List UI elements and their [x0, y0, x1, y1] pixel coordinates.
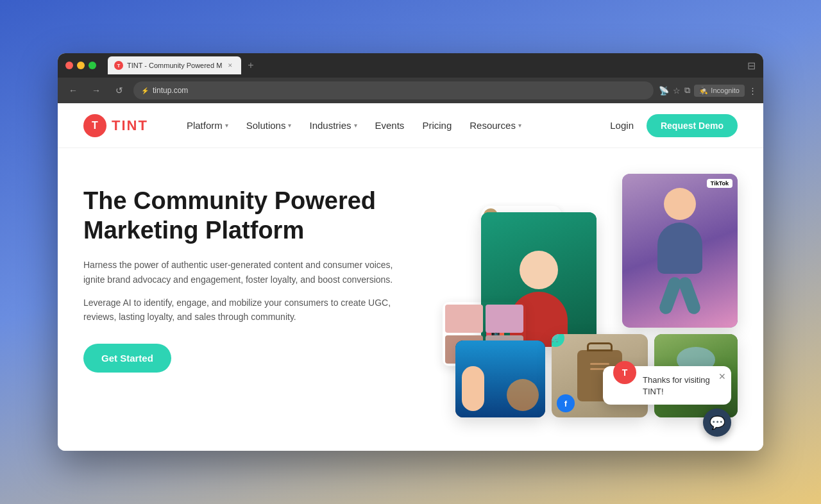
logo[interactable]: T TINT: [83, 114, 148, 137]
get-started-button[interactable]: Get Started: [83, 344, 171, 373]
active-tab[interactable]: T TINT - Community Powered M ✕: [108, 56, 241, 74]
tint-chat-icon: T: [613, 361, 636, 384]
nav-solutions[interactable]: Solutions ▾: [246, 120, 292, 131]
nav-events[interactable]: Events: [375, 120, 405, 131]
incognito-indicator: 🕵️ Incognito: [694, 85, 745, 97]
tab-close-button[interactable]: ✕: [226, 61, 235, 70]
tab-overview-icon[interactable]: ⧉: [684, 85, 690, 96]
cart-icon: 🛒: [552, 334, 564, 347]
chat-bubble-button[interactable]: 💬: [703, 408, 731, 437]
tiktok-badge: TikTok: [707, 179, 732, 188]
hero-desc-1: Harness the power of authentic user-gene…: [83, 258, 404, 287]
logo-icon: T: [83, 114, 106, 137]
chevron-down-icon: ▾: [225, 122, 228, 129]
menu-icon[interactable]: ⋮: [749, 86, 757, 96]
close-button[interactable]: [65, 62, 73, 69]
login-button[interactable]: Login: [610, 120, 634, 131]
hero-section: The Community Powered Marketing Platform…: [58, 148, 763, 451]
nav-industries[interactable]: Industries ▾: [309, 120, 357, 131]
tab-favicon: T: [114, 61, 123, 70]
chevron-down-icon: ▾: [354, 122, 357, 129]
toolbar-actions: 📡 ☆ ⧉ 🕵️ Incognito ⋮: [659, 85, 757, 97]
forward-button[interactable]: →: [87, 81, 105, 99]
security-icon: ⚡: [141, 87, 149, 94]
chevron-down-icon: ▾: [518, 122, 521, 129]
back-button[interactable]: ←: [64, 81, 82, 99]
tab-bar: T TINT - Community Powered M ✕ +: [108, 56, 258, 74]
chevron-down-icon: ▾: [288, 122, 291, 129]
website-content: T TINT Platform ▾ Solutions ▾ Industries…: [58, 103, 763, 451]
image-card-pool: [455, 340, 545, 417]
hero-image-collage: 📷 Ti: [430, 174, 738, 443]
logo-text: TINT: [112, 117, 148, 134]
nav-pricing[interactable]: Pricing: [422, 120, 452, 131]
browser-toolbar: ← → ↺ ⚡ tintup.com 📡 ☆ ⧉ 🕵️ Incognito ⋮: [58, 78, 763, 103]
hero-title: The Community Powered Marketing Platform: [83, 187, 404, 245]
hero-left: The Community Powered Marketing Platform…: [83, 174, 404, 373]
bookmark-icon[interactable]: ☆: [673, 86, 681, 96]
new-tab-button[interactable]: +: [244, 60, 257, 71]
request-demo-button[interactable]: Request Demo: [647, 114, 738, 137]
minimize-button[interactable]: [77, 62, 85, 69]
browser-window: T TINT - Community Powered M ✕ + ⊟ ← → ↺…: [58, 53, 763, 451]
chat-notification: T Thanks for visiting TINT! ✕: [603, 366, 731, 405]
tab-title: TINT - Community Powered M: [127, 62, 222, 69]
incognito-icon: 🕵️: [699, 87, 708, 95]
nav-platform[interactable]: Platform ▾: [187, 120, 228, 131]
site-nav: T TINT Platform ▾ Solutions ▾ Industries…: [58, 103, 763, 148]
nav-links: Platform ▾ Solutions ▾ Industries ▾ Even…: [187, 120, 610, 131]
chat-close-button[interactable]: ✕: [718, 371, 726, 382]
reload-button[interactable]: ↺: [110, 81, 128, 99]
nav-actions: Login Request Demo: [610, 114, 738, 137]
window-controls: ⊟: [747, 60, 756, 72]
incognito-label: Incognito: [711, 87, 740, 94]
fullscreen-button[interactable]: [89, 62, 96, 69]
image-card-tiktok: TikTok: [622, 174, 738, 328]
facebook-badge: f: [557, 394, 575, 412]
address-bar[interactable]: ⚡ tintup.com: [133, 81, 654, 99]
nav-resources[interactable]: Resources ▾: [470, 120, 521, 131]
cast-icon[interactable]: 📡: [659, 86, 669, 96]
traffic-lights: [65, 62, 96, 69]
url-text: tintup.com: [153, 86, 188, 95]
chat-notification-text: Thanks for visiting TINT!: [643, 375, 710, 396]
title-bar: T TINT - Community Powered M ✕ + ⊟: [58, 53, 763, 78]
hero-desc-2: Leverage AI to identify, engage, and mob…: [83, 296, 404, 324]
